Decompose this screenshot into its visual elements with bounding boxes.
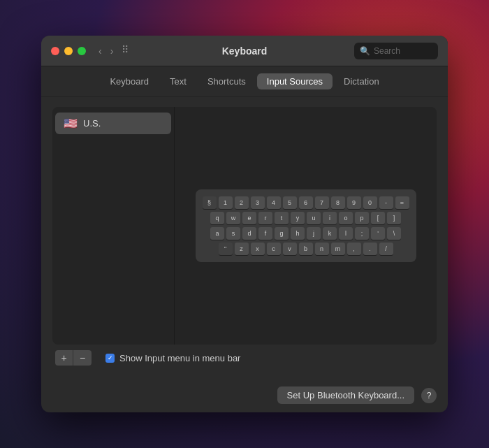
key-row-4: " z x c v b n m , . / bbox=[203, 243, 409, 255]
remove-source-button[interactable]: − bbox=[73, 350, 92, 366]
key-n: n bbox=[315, 243, 329, 255]
show-input-menu-checkbox[interactable]: ✓ bbox=[105, 354, 115, 363]
key-w: w bbox=[226, 212, 240, 224]
key-f: f bbox=[258, 227, 272, 240]
key-7: 7 bbox=[315, 196, 329, 209]
key-l: l bbox=[339, 227, 353, 240]
key-shift-indicator: " bbox=[219, 243, 233, 255]
tab-dictation[interactable]: Dictation bbox=[334, 73, 389, 89]
fullscreen-button[interactable] bbox=[78, 47, 86, 55]
grid-button[interactable]: ⠿ bbox=[122, 44, 129, 58]
keyboard-window: ‹ › ⠿ Keyboard 🔍 Search Keyboard Text Sh… bbox=[41, 36, 448, 412]
footer: Set Up Bluetooth Keyboard... ? bbox=[41, 378, 448, 412]
key-comma: , bbox=[347, 243, 361, 255]
keyboard-visualization: § 1 2 3 4 5 6 7 8 9 0 - = bbox=[196, 189, 416, 262]
key-4: 4 bbox=[267, 196, 281, 209]
key-e: e bbox=[242, 212, 256, 224]
show-input-menu-checkbox-area[interactable]: ✓ Show Input menu in menu bar bbox=[105, 353, 240, 363]
tab-input-sources[interactable]: Input Sources bbox=[257, 73, 333, 89]
traffic-lights bbox=[51, 47, 86, 55]
key-r: r bbox=[258, 212, 272, 224]
key-m: m bbox=[331, 243, 345, 255]
key-section: § bbox=[203, 196, 217, 209]
key-k: k bbox=[323, 227, 337, 240]
key-1: 1 bbox=[219, 196, 233, 209]
bottom-bar: + − ✓ Show Input menu in menu bar bbox=[52, 345, 437, 368]
titlebar: ‹ › ⠿ Keyboard 🔍 Search bbox=[41, 36, 448, 66]
help-button[interactable]: ? bbox=[421, 388, 437, 403]
key-z: z bbox=[235, 243, 249, 255]
key-row-1: § 1 2 3 4 5 6 7 8 9 0 - = bbox=[203, 196, 409, 209]
key-o: o bbox=[339, 212, 353, 224]
key-minus: - bbox=[379, 196, 393, 209]
key-p: p bbox=[355, 212, 369, 224]
key-period: . bbox=[363, 243, 377, 255]
key-v: v bbox=[283, 243, 297, 255]
tab-text[interactable]: Text bbox=[160, 73, 196, 89]
add-remove-buttons: + − bbox=[55, 350, 92, 366]
back-button[interactable]: ‹ bbox=[96, 44, 105, 58]
tab-shortcuts[interactable]: Shortcuts bbox=[198, 73, 256, 89]
keyboard-preview-panel: § 1 2 3 4 5 6 7 8 9 0 - = bbox=[175, 107, 437, 345]
key-q: q bbox=[210, 212, 224, 224]
key-lbracket: [ bbox=[371, 212, 385, 224]
flag-icon: 🇺🇸 bbox=[64, 117, 78, 130]
setup-bluetooth-button[interactable]: Set Up Bluetooth Keyboard... bbox=[277, 386, 414, 404]
forward-button[interactable]: › bbox=[108, 44, 117, 58]
key-2: 2 bbox=[235, 196, 249, 209]
key-quote: ' bbox=[371, 227, 385, 240]
content-area: 🇺🇸 U.S. § 1 2 3 4 5 6 7 bbox=[41, 97, 448, 378]
key-row-2: q w e r t y u i o p [ ] bbox=[203, 212, 409, 224]
key-9: 9 bbox=[347, 196, 361, 209]
search-icon: 🔍 bbox=[360, 46, 370, 56]
window-title: Keyboard bbox=[222, 45, 268, 57]
key-i: i bbox=[323, 212, 337, 224]
key-slash: / bbox=[379, 243, 393, 255]
key-backslash: \ bbox=[387, 227, 401, 240]
sidebar: 🇺🇸 U.S. bbox=[52, 107, 175, 345]
sidebar-item-us[interactable]: 🇺🇸 U.S. bbox=[55, 113, 171, 134]
minimize-button[interactable] bbox=[64, 47, 73, 55]
key-5: 5 bbox=[283, 196, 297, 209]
key-rbracket: ] bbox=[387, 212, 401, 224]
tab-keyboard[interactable]: Keyboard bbox=[100, 73, 159, 89]
key-h: h bbox=[291, 227, 305, 240]
key-semicolon: ; bbox=[355, 227, 369, 240]
key-b: b bbox=[299, 243, 313, 255]
key-3: 3 bbox=[251, 196, 265, 209]
key-g: g bbox=[275, 227, 289, 240]
search-box[interactable]: 🔍 Search bbox=[354, 43, 438, 59]
key-8: 8 bbox=[331, 196, 345, 209]
nav-buttons: ‹ › ⠿ bbox=[96, 44, 129, 58]
key-a: a bbox=[210, 227, 224, 240]
key-row-3: a s d f g h j k l ; ' \ bbox=[203, 227, 409, 240]
show-input-menu-label: Show Input menu in menu bar bbox=[119, 353, 240, 363]
key-y: y bbox=[291, 212, 305, 224]
search-placeholder: Search bbox=[374, 46, 400, 56]
key-0: 0 bbox=[363, 196, 377, 209]
key-s: s bbox=[226, 227, 240, 240]
key-t: t bbox=[275, 212, 289, 224]
add-source-button[interactable]: + bbox=[55, 350, 73, 366]
sidebar-item-label: U.S. bbox=[83, 118, 101, 129]
key-d: d bbox=[242, 227, 256, 240]
key-u: u bbox=[307, 212, 321, 224]
key-j: j bbox=[307, 227, 321, 240]
close-button[interactable] bbox=[51, 47, 59, 55]
key-c: c bbox=[267, 243, 281, 255]
key-6: 6 bbox=[299, 196, 313, 209]
main-panel: 🇺🇸 U.S. § 1 2 3 4 5 6 7 bbox=[52, 107, 437, 345]
key-equals: = bbox=[395, 196, 409, 209]
checkmark-icon: ✓ bbox=[108, 354, 113, 361]
key-x: x bbox=[251, 243, 265, 255]
tabs-bar: Keyboard Text Shortcuts Input Sources Di… bbox=[41, 66, 448, 97]
